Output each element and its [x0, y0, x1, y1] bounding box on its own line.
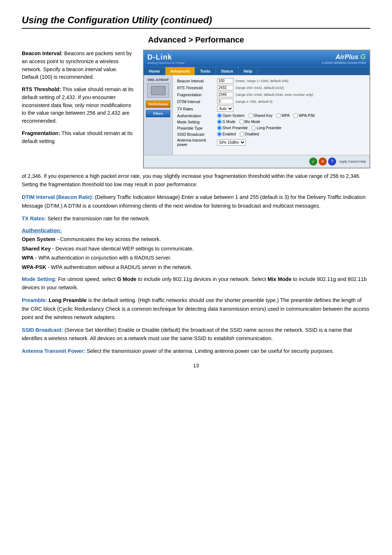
antenna-power-field: Antenna transmit power 50% 15dBm [177, 138, 365, 147]
shared-key-text: - Devices must have identical WEP settin… [52, 246, 194, 252]
beacon-interval-title: Beacon Interval: [22, 50, 63, 56]
dtim-interval-input[interactable] [217, 99, 233, 104]
frag-continue-text: of 2,346. If you experience a high packe… [22, 173, 360, 187]
beacon-interval-para: Beacon Interval: Beacons are packets sen… [22, 50, 134, 81]
beacon-interval-label: Beacon Interval [177, 79, 217, 83]
open-system-text: - Communicates the key across the networ… [57, 236, 161, 242]
authentication-section: Authentication: Open System - Communicat… [22, 227, 370, 272]
tx-rates-select[interactable]: Auto [217, 106, 233, 112]
rts-threshold-para: RTS Threshold: This value should remain … [22, 86, 134, 125]
wpapsk-text: - WPA authentication without a RADIUS se… [48, 264, 192, 270]
mode-g-radio[interactable] [217, 119, 222, 124]
tx-rates-para: TX Rates: Select the transmission rate f… [22, 215, 370, 223]
preamble-type-field: Preamble Type Short Preamble Long Preamb… [177, 126, 365, 130]
help-button[interactable]: ? [328, 158, 336, 166]
wpa-text: - WPA authentication in conjunction with… [35, 255, 171, 261]
section-heading: Advanced > Performance [22, 35, 370, 45]
nav-advanced[interactable]: Advanced [166, 67, 195, 75]
dlink-logo-subtext: Building Networks for People [147, 61, 185, 65]
rts-threshold-field: RTS Threshold (range 256~2432, default:2… [177, 85, 365, 90]
antenna-text: Select the transmission power of the ant… [87, 348, 334, 354]
preamble-short-radio[interactable] [217, 126, 222, 130]
authentication-field: Authentication Open System Shared Key WP… [177, 113, 365, 118]
preamble-type-radio-group: Short Preamble Long Preamble [217, 126, 281, 130]
mode-setting-field: Mode Setting G Mode Mix Mode [177, 119, 365, 124]
mode-setting-para: Mode Setting: For utmost speed, select G… [22, 275, 370, 292]
ssid-disabled-radio[interactable] [240, 132, 244, 136]
sidebar-performance-btn[interactable]: Performance [146, 101, 170, 108]
auth-shared-key-radio[interactable] [248, 113, 253, 118]
wpa-para: WPA - WPA authentication in conjunction … [22, 254, 370, 262]
nav-help[interactable]: Help [238, 67, 258, 75]
antenna-para: Antenna Transmit Power: Select the trans… [22, 347, 370, 355]
nav-status[interactable]: Status [216, 67, 239, 75]
preamble-long-radio[interactable] [251, 126, 256, 130]
ssid-broadcast-label: SSID Broadcast [177, 132, 217, 136]
mode-mix[interactable]: Mix Mode [239, 119, 260, 124]
auth-shared-key[interactable]: Shared Key [248, 113, 273, 118]
mode-g[interactable]: G Mode [217, 119, 236, 124]
dlink-router-ui: D-Link Building Networks for People AirP… [143, 50, 370, 168]
tx-rates-text: Select the transmission rate for the net… [48, 216, 150, 221]
dlink-footer: ✓ ✕ ? Apply Cancel Help [144, 155, 369, 168]
cancel-button[interactable]: ✕ [319, 158, 327, 166]
nav-home[interactable]: Home [144, 67, 166, 75]
brand-g: G [360, 53, 366, 61]
dtim-para: DTIM Interval (Beacon Rate): (Delivery T… [22, 193, 370, 210]
dlink-header: D-Link Building Networks for People AirP… [144, 50, 369, 67]
wpa-title: WPA [22, 255, 34, 261]
auth-wpa[interactable]: WPA [276, 113, 290, 118]
rts-title: RTS Threshold: [22, 86, 61, 92]
airplus-brand: AirPlus G [322, 53, 366, 61]
footer-labels: Apply Cancel Help [339, 160, 366, 163]
frag-title: Fragmentation: [22, 130, 60, 136]
mode-mixmode-inline: Mix Mode [268, 276, 291, 282]
beacon-interval-note: (msec, range 1~1000, default:100) [236, 79, 289, 83]
fragmentation-note: (range 256~2346, default:2346, even numb… [236, 93, 313, 97]
dlink-body: DWL-G700AP Performance Filters Beacon In… [144, 75, 369, 155]
mode-gmode-inline: G Mode [117, 276, 136, 282]
antenna-title: Antenna Transmit Power: [22, 348, 85, 354]
dtim-interval-note: (range 1~255, default:3) [236, 99, 273, 103]
rts-threshold-input[interactable] [217, 85, 233, 90]
device-label: DWL-G700AP [146, 78, 170, 82]
beacon-interval-input[interactable] [217, 78, 233, 83]
nav-tools[interactable]: Tools [195, 67, 216, 75]
dlink-brand: AirPlus G 2.4GHz Wireless Access Point [322, 53, 366, 65]
preamble-short[interactable]: Short Preamble [217, 126, 248, 130]
dlink-content-area: Beacon Interval (msec, range 1~1000, def… [173, 75, 369, 155]
ssid-enabled-radio[interactable] [217, 132, 222, 136]
fragmentation-continue-para: of 2,346. If you experience a high packe… [22, 172, 370, 189]
page-number: 13 [22, 363, 370, 368]
fragmentation-input[interactable] [217, 92, 233, 97]
authentication-radio-group: Open System Shared Key WPA WPA-PSK [217, 113, 315, 118]
wpapsk-para: WPA-PSK - WPA authentication without a R… [22, 264, 370, 272]
preamble-long[interactable]: Long Preamble [251, 126, 281, 130]
ssid-enabled[interactable]: Enabled [217, 132, 236, 136]
auth-open-system[interactable]: Open System [217, 113, 245, 118]
dtim-title: DTIM Interval (Beacon Rate): [22, 194, 93, 200]
dtim-interval-field: DTIM Interval (range 1~255, default:3) [177, 99, 365, 104]
auth-section-title: Authentication: [22, 227, 370, 233]
preamble-title: Preamble: [22, 297, 47, 303]
ssid-broadcast-radio-group: Enabled Disabled [217, 132, 259, 136]
device-image [147, 83, 169, 98]
product-label: 2.4GHz Wireless Access Point [322, 61, 366, 65]
preamble-type-label: Preamble Type [177, 126, 217, 130]
ssid-disabled[interactable]: Disabled [240, 132, 259, 136]
ssid-broadcast-field: SSID Broadcast Enabled Disabled [177, 132, 365, 136]
shared-key-title: Shared Key [22, 246, 51, 252]
sidebar-filters-btn[interactable]: Filters [146, 110, 170, 117]
auth-wpa-radio[interactable] [276, 113, 281, 118]
ssid-title: SSID Broadcast: [22, 327, 63, 333]
shared-key-para: Shared Key - Devices must have identical… [22, 245, 370, 253]
mode-mix-radio[interactable] [239, 119, 244, 124]
auth-wpa-psk[interactable]: WPA-PSK [293, 113, 315, 118]
authentication-label: Authentication [177, 114, 217, 118]
antenna-power-select[interactable]: 50% 15dBm [217, 139, 246, 146]
auth-wpa-psk-radio[interactable] [293, 113, 298, 118]
auth-open-system-radio[interactable] [217, 113, 222, 118]
preamble-para: Preamble: Long Preamble is the default s… [22, 296, 370, 322]
mode-title: Mode Setting: [22, 276, 57, 282]
apply-button[interactable]: ✓ [309, 158, 317, 166]
